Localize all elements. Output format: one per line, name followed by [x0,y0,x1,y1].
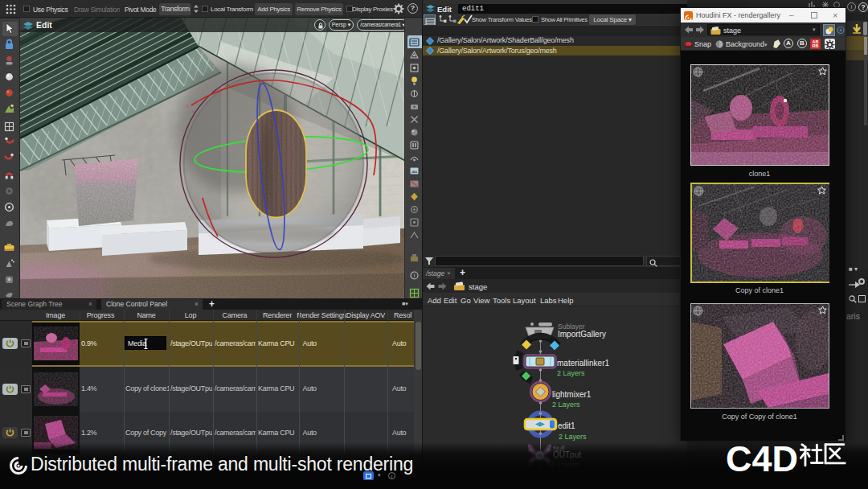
svg-text:i: i [413,273,415,278]
